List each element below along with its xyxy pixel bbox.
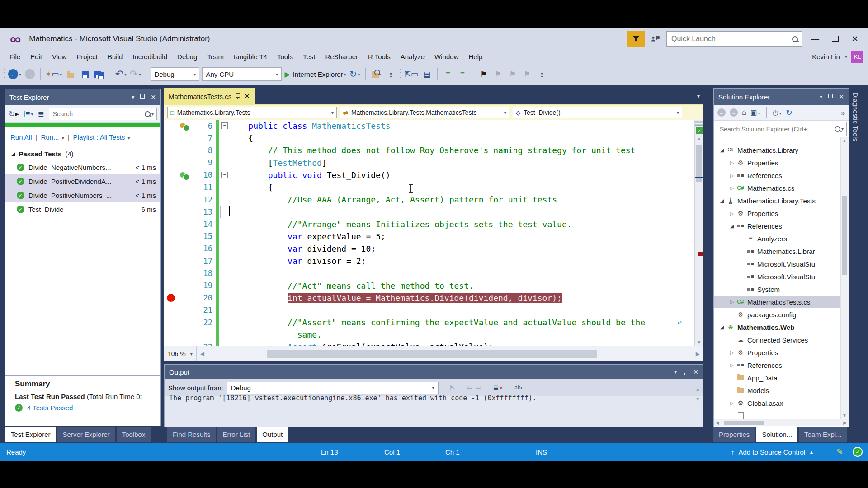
scrollbar-thumb[interactable] [724,421,764,425]
code-line-text[interactable]: var dividend = 10; [229,244,694,253]
collapsed-arrow-icon[interactable]: ▷ [728,299,736,305]
menu-item-incredibuild[interactable]: Incredibuild [127,51,172,62]
code-line-text[interactable]: var divisor = 2; [229,256,694,266]
minimize-button[interactable]: — [808,34,822,44]
menu-item-file[interactable]: File [5,51,25,62]
window-position-icon[interactable]: ▾ [132,94,134,100]
scroll-down-arrow[interactable]: ▼ [695,340,703,345]
tree-item-references[interactable]: ▷References [714,359,849,371]
quick-launch-box[interactable] [666,31,802,47]
tab-left-test-explorer[interactable]: Test Explorer [5,427,56,442]
tree-horizontal-scrollbar[interactable]: ◀ ▶ [714,419,849,426]
undo-button[interactable]: ↶▾ [115,68,127,80]
code-line-text[interactable]: //"Arrange" means Initializes objects se… [229,220,694,229]
increase-indent-button[interactable]: ≡ [457,68,468,80]
menu-item-project[interactable]: Project [71,51,103,62]
navigate-forward-button[interactable]: → [24,68,36,80]
scroll-left-arrow[interactable]: ◀ [716,420,719,425]
breakpoint-margin[interactable] [164,218,177,230]
quick-launch-input[interactable] [670,34,792,43]
breakpoint-margin[interactable] [164,193,177,206]
file-health-indicator-icon[interactable]: ✓ [696,127,703,134]
user-area[interactable]: Kevin Lin ▾ KL [812,51,863,63]
menu-item-resharper[interactable]: ReSharper [320,51,363,62]
test-row[interactable]: ✓Divide_PositiveNumbers_...< 1 ms [5,188,160,202]
close-icon[interactable]: ✕ [693,368,698,375]
collapse-region-button[interactable]: − [221,122,228,129]
menu-item-view[interactable]: View [47,51,71,62]
breakpoint-margin[interactable] [164,181,177,193]
solution-configuration-combo[interactable]: Debug▾ [151,67,199,81]
save-button[interactable] [79,68,91,80]
group-by-icon[interactable]: [≡▾ [24,109,33,118]
splitter-handle[interactable] [695,120,703,126]
tree-item-mathematics-web[interactable]: ◢⊕Mathematics.Web [714,321,849,333]
pin-icon[interactable] [828,94,833,98]
scroll-down-arrow[interactable]: ▼ [695,396,700,402]
expanded-arrow-icon[interactable]: ◢ [718,198,726,204]
code-line-text[interactable]: same. [229,330,694,339]
tab-bottom-find-results[interactable]: Find Results [167,427,216,442]
decrease-indent-button[interactable]: ≡ [442,68,454,80]
editor-vertical-scrollbar[interactable]: ✓ ▲ ▼ [694,120,703,346]
code-line-text[interactable]: //"Act" means call the method to test. [229,281,694,291]
add-to-source-control-button[interactable]: ↑ Add to Source Control ▲ [731,443,814,461]
tree-item-microsoft-visualstu[interactable]: Microsoft.VisualStu [714,270,849,283]
output-header[interactable]: Output ▾ ✕ [165,365,703,379]
solution-platform-combo[interactable]: Any CPU▾ [202,67,282,81]
toolbar-drag-handle[interactable] [399,68,402,80]
breakpoint-margin[interactable] [164,169,177,181]
tree-item-app-data[interactable]: App_Data [714,371,849,384]
open-file-button[interactable] [65,68,76,80]
tree-item-partial[interactable] [714,409,849,419]
breakpoint-margin[interactable] [164,279,177,291]
collapsed-arrow-icon[interactable]: ▷ [728,211,736,216]
menu-item-team[interactable]: Team [202,51,229,62]
scroll-up-arrow[interactable]: ▲ [842,138,847,143]
next-message-icon[interactable]: ⇨ [476,384,482,392]
toolbar-drag-handle[interactable] [3,68,5,80]
code-line-text[interactable]: { [229,133,694,143]
playlist-link[interactable]: Playlist : All Tests ▾ [73,133,130,141]
test-row[interactable]: ✓Divide_PositiveDividendA...< 1 ms [5,174,160,188]
breakpoint-margin[interactable] [164,292,177,304]
tab-left-toolbox[interactable]: Toolbox [117,427,151,442]
collapse-region-button[interactable]: − [221,172,228,178]
tree-item-packages-config[interactable]: ⚙packages.config [714,308,849,321]
solution-search-input[interactable] [719,125,835,133]
tree-item-models[interactable]: Models [714,384,849,397]
toggle-bookmark-button[interactable]: ⚑ [478,68,490,80]
breakpoint-margin[interactable] [164,341,177,346]
breakpoint-margin[interactable] [164,157,177,169]
expanded-arrow-icon[interactable]: ◢ [728,223,736,229]
close-icon[interactable]: ✕ [839,93,844,100]
horizontal-scrollbar[interactable] [208,346,692,361]
filter-button[interactable] [627,31,645,47]
menu-item-build[interactable]: Build [103,51,127,62]
menu-item-edit[interactable]: Edit [25,51,47,62]
pin-icon[interactable] [683,369,687,373]
collapsed-arrow-icon[interactable]: ▷ [728,362,736,368]
code-line-text[interactable]: var expectValue = 5; [229,232,694,241]
goto-message-icon[interactable]: ⇱ [450,384,456,392]
breakpoint-margin[interactable] [164,328,177,341]
breakpoint-margin[interactable] [164,144,177,156]
tree-item-references[interactable]: ▷References [714,169,849,182]
breakpoint-margin[interactable] [164,120,177,132]
breakpoint-margin[interactable] [164,316,177,328]
menu-item-help[interactable]: Help [463,51,487,62]
menu-item-r-tools[interactable]: R Tools [363,51,396,62]
forward-icon[interactable]: → [730,108,738,117]
test-row[interactable]: ✓Divide_NegativeNumbers...< 1 ms [5,160,160,174]
close-icon[interactable]: ✕ [151,94,156,101]
tree-item-mathematics-cs[interactable]: ▷C#Mathematics.cs [714,182,849,194]
file-tab-mathematicstests[interactable]: MathematicsTests.cs ✕ [164,88,255,104]
breadcrumb-dropdown-0[interactable]: □Mathematics.Library.Tests▾ [167,107,337,118]
collapsed-arrow-icon[interactable]: ▷ [728,350,736,356]
run-menu-link[interactable]: Run... ▾ [41,133,64,141]
toolbar-options-button[interactable]: ▾ [536,68,547,80]
test-search-input[interactable] [52,110,145,118]
menu-item-test[interactable]: Test [298,51,321,62]
output-log-text[interactable]: The program '[18216] vstest.executioneng… [165,393,703,403]
menu-item-analyze[interactable]: Analyze [396,51,429,62]
